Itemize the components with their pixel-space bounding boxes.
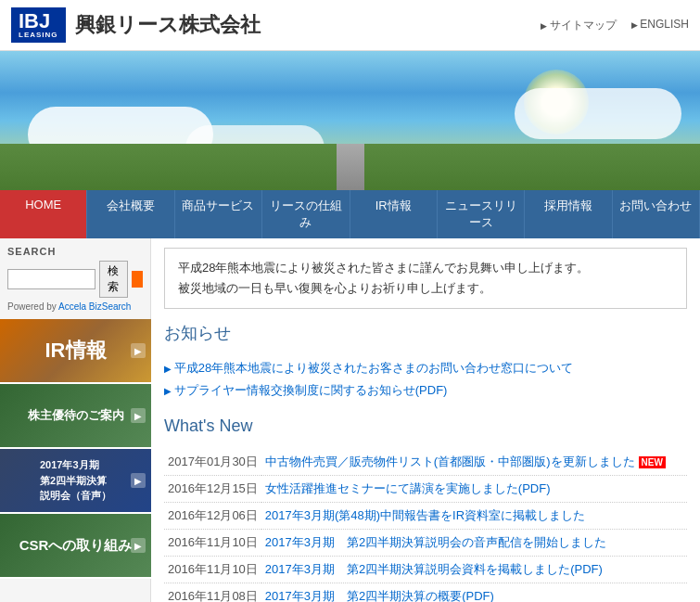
table-row: 2016年11月08日2017年3月期 第2四半期決算の概要(PDF) <box>164 583 687 602</box>
sitemap-link[interactable]: サイトマップ <box>541 18 617 33</box>
accela-link[interactable]: Accela BizSearch <box>58 301 131 312</box>
search-section: SEARCH 検索 Powered by Accela BizSearch <box>0 238 150 319</box>
news-link-cell: 2017年3月期 第2四半期決算説明会の音声配信を開始しました <box>261 530 687 557</box>
banner-csr[interactable]: CSRへの取り組み ▶ <box>0 514 151 579</box>
main-navigation: HOME 会社概要 商品サービス リースの仕組み IR情報 ニュースリリース 採… <box>0 190 700 238</box>
news-date: 2017年01月30日 <box>164 449 261 476</box>
news-date: 2016年11月10日 <box>164 557 261 583</box>
notice-box: 平成28年熊本地震により被災された皆さまに謹んでお見舞い申し上げます。 被災地域… <box>164 248 687 309</box>
banner-ir[interactable]: IR情報 ▶ <box>0 319 151 384</box>
company-name: 興銀リース株式会社 <box>75 11 261 39</box>
hero-road <box>0 144 700 190</box>
search-label: SEARCH <box>7 246 143 257</box>
search-row: 検索 <box>7 261 143 298</box>
nav-lease[interactable]: リースの仕組み <box>262 190 350 238</box>
banner-csr-text: CSRへの取り組み <box>19 537 133 555</box>
nav-home[interactable]: HOME <box>0 190 87 238</box>
news-link-cell: 2017年3月期 第2四半期決算説明会資料を掲載しました(PDF) <box>261 557 687 583</box>
nav-ir[interactable]: IR情報 <box>350 190 438 238</box>
hero-image <box>0 51 700 190</box>
whats-new-heading: What's New <box>164 416 687 440</box>
oshirase-section: お知らせ 平成28年熊本地震により被災されたお客さまのお問い合わせ窓口について … <box>164 322 687 402</box>
notice-line2: 被災地域の一日も早い復興を心よりお祈り申し上げます。 <box>178 278 673 299</box>
main-content: SEARCH 検索 Powered by Accela BizSearch IR… <box>0 238 700 602</box>
banner-meeting[interactable]: 2017年3月期 第2四半期決算 説明会（音声） ▶ <box>0 449 151 514</box>
ibj-logo: IBJ LEASING <box>11 7 66 43</box>
news-date: 2016年11月10日 <box>164 530 261 557</box>
header: IBJ LEASING 興銀リース株式会社 サイトマップ ENGLISH <box>0 0 700 51</box>
oshirase-link-2[interactable]: サプライヤー情報交換制度に関するお知らせ(PDF) <box>164 379 687 402</box>
news-link-5[interactable]: 2017年3月期 第2四半期決算の概要(PDF) <box>265 589 494 602</box>
banner-meeting-text: 2017年3月期 第2四半期決算 説明会（音声） <box>34 454 117 507</box>
hero-cloud3 <box>515 88 681 139</box>
news-date: 2016年12月06日 <box>164 503 261 530</box>
powered-by: Powered by Accela BizSearch <box>7 301 143 312</box>
nav-news[interactable]: ニュースリリース <box>438 190 525 238</box>
news-link-1[interactable]: 女性活躍推進セミナーにて講演を実施しました(PDF) <box>265 481 551 495</box>
news-link-cell: 2017年3月期(第48期)中間報告書をIR資料室に掲載しました <box>261 503 687 530</box>
oshirase-heading: お知らせ <box>164 322 687 348</box>
table-row: 2016年12月15日女性活躍推進セミナーにて講演を実施しました(PDF) <box>164 476 687 503</box>
notice-line1: 平成28年熊本地震により被災された皆さまに謹んでお見舞い申し上げます。 <box>178 258 673 278</box>
search-button[interactable]: 検索 <box>99 261 128 298</box>
nav-contact[interactable]: お問い合わせ <box>613 190 700 238</box>
news-date: 2016年11月08日 <box>164 583 261 602</box>
table-row: 2016年12月06日2017年3月期(第48期)中間報告書をIR資料室に掲載し… <box>164 503 687 530</box>
sidebar: SEARCH 検索 Powered by Accela BizSearch IR… <box>0 238 151 602</box>
banner-shareholder-arrow: ▶ <box>131 408 146 423</box>
news-link-cell: 2017年3月期 第2四半期決算の概要(PDF) <box>261 583 687 602</box>
search-rss-icon[interactable] <box>132 271 143 288</box>
news-date: 2016年12月15日 <box>164 476 261 503</box>
news-link-4[interactable]: 2017年3月期 第2四半期決算説明会資料を掲載しました(PDF) <box>265 562 603 576</box>
nav-products[interactable]: 商品サービス <box>175 190 262 238</box>
table-row: 2016年11月10日2017年3月期 第2四半期決算説明会資料を掲載しました(… <box>164 557 687 583</box>
news-link-cell: 中古物件売買／販売物件リスト(首都圏版・中部圏版)を更新しましたNEW <box>261 449 687 476</box>
new-badge: NEW <box>639 456 666 468</box>
logo-area: IBJ LEASING 興銀リース株式会社 <box>11 7 261 43</box>
news-link-3[interactable]: 2017年3月期 第2四半期決算説明会の音声配信を開始しました <box>265 535 606 549</box>
header-links: サイトマップ ENGLISH <box>541 18 689 33</box>
search-input[interactable] <box>7 269 95 289</box>
whats-new-section: What's New 2017年01月30日中古物件売買／販売物件リスト(首都圏… <box>164 416 687 602</box>
nav-recruit[interactable]: 採用情報 <box>525 190 612 238</box>
nav-company[interactable]: 会社概要 <box>87 190 174 238</box>
table-row: 2016年11月10日2017年3月期 第2四半期決算説明会の音声配信を開始しま… <box>164 530 687 557</box>
news-link-2[interactable]: 2017年3月期(第48期)中間報告書をIR資料室に掲載しました <box>265 508 585 522</box>
banner-shareholder[interactable]: 株主優待のご案内 ▶ <box>0 384 151 449</box>
banner-ir-text: IR情報 <box>45 337 107 365</box>
table-row: 2017年01月30日中古物件売買／販売物件リスト(首都圏版・中部圏版)を更新し… <box>164 449 687 476</box>
banner-meeting-arrow: ▶ <box>131 473 146 488</box>
content-area: 平成28年熊本地震により被災された皆さまに謹んでお見舞い申し上げます。 被災地域… <box>151 238 700 602</box>
news-link-0[interactable]: 中古物件売買／販売物件リスト(首都圏版・中部圏版)を更新しました <box>265 455 635 468</box>
oshirase-link-1[interactable]: 平成28年熊本地震により被災されたお客さまのお問い合わせ窓口について <box>164 357 687 379</box>
whats-new-table: 2017年01月30日中古物件売買／販売物件リスト(首都圏版・中部圏版)を更新し… <box>164 449 687 602</box>
news-link-cell: 女性活躍推進セミナーにて講演を実施しました(PDF) <box>261 476 687 503</box>
banner-ir-arrow: ▶ <box>131 343 146 358</box>
banner-csr-arrow: ▶ <box>131 538 146 553</box>
banner-shareholder-text: 株主優待のご案内 <box>28 407 124 424</box>
english-link[interactable]: ENGLISH <box>631 18 689 33</box>
